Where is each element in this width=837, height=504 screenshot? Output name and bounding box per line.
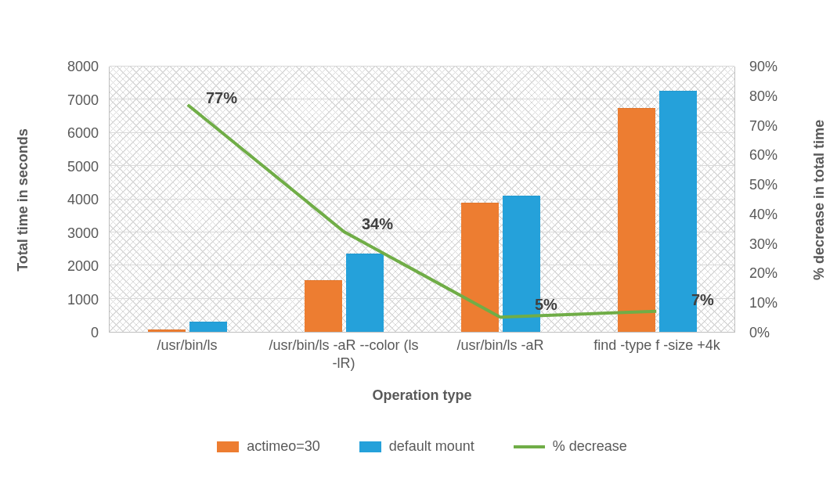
y2-tick: 90% bbox=[749, 59, 777, 75]
y-tick: 5000 bbox=[67, 158, 99, 175]
y-axis-right-title: % decrease in total time bbox=[811, 120, 828, 280]
y-tick: 8000 bbox=[67, 59, 99, 75]
y-axis-right: 0% 10% 20% 30% 40% 50% 60% 70% 80% 90% bbox=[743, 67, 814, 333]
legend-label: default mount bbox=[389, 438, 474, 455]
y-tick: 6000 bbox=[67, 125, 99, 142]
y-tick: 2000 bbox=[67, 258, 99, 275]
y2-tick: 20% bbox=[749, 265, 777, 282]
y2-tick: 10% bbox=[749, 295, 777, 311]
y2-tick: 0% bbox=[749, 325, 770, 341]
x-axis-title: Operation type bbox=[109, 387, 735, 404]
swatch-icon bbox=[217, 441, 239, 452]
legend-item-percent: % decrease bbox=[514, 438, 627, 455]
y-tick: 0 bbox=[91, 325, 99, 341]
x-tick: find -type f -size +4k bbox=[579, 337, 735, 355]
y-tick: 1000 bbox=[67, 291, 99, 308]
percent-decrease-line bbox=[110, 67, 734, 332]
y-tick: 3000 bbox=[67, 225, 99, 241]
line-data-label: 34% bbox=[362, 215, 393, 233]
legend-label: actimeo=30 bbox=[247, 438, 320, 455]
combo-chart: Total time in seconds % decrease in tota… bbox=[23, 39, 814, 485]
legend-item-default: default mount bbox=[359, 438, 474, 455]
y2-tick: 50% bbox=[749, 177, 777, 193]
y-axis-left: 0 1000 2000 3000 4000 5000 6000 7000 800… bbox=[23, 67, 105, 333]
y2-tick: 30% bbox=[749, 236, 777, 252]
line-data-label: 77% bbox=[206, 89, 237, 107]
line-swatch-icon bbox=[514, 445, 545, 448]
x-tick: /usr/bin/ls bbox=[109, 337, 265, 355]
line-data-label: 5% bbox=[535, 296, 557, 314]
legend-label: % decrease bbox=[553, 438, 627, 455]
y-tick: 4000 bbox=[67, 192, 99, 208]
legend: actimeo=30 default mount % decrease bbox=[109, 438, 735, 455]
y2-tick: 60% bbox=[749, 147, 777, 164]
x-tick: /usr/bin/ls -aR bbox=[422, 337, 579, 355]
y2-tick: 70% bbox=[749, 117, 777, 134]
y-tick: 7000 bbox=[67, 92, 99, 108]
line-data-label: 7% bbox=[691, 291, 714, 309]
plot-area: 77% 34% 5% 7% bbox=[109, 67, 735, 333]
y2-tick: 80% bbox=[749, 88, 777, 104]
y2-tick: 40% bbox=[749, 206, 777, 222]
x-tick: /usr/bin/ls -aR --color (ls -lR) bbox=[265, 337, 422, 373]
legend-item-actimeo: actimeo=30 bbox=[217, 438, 320, 455]
swatch-icon bbox=[359, 441, 381, 452]
